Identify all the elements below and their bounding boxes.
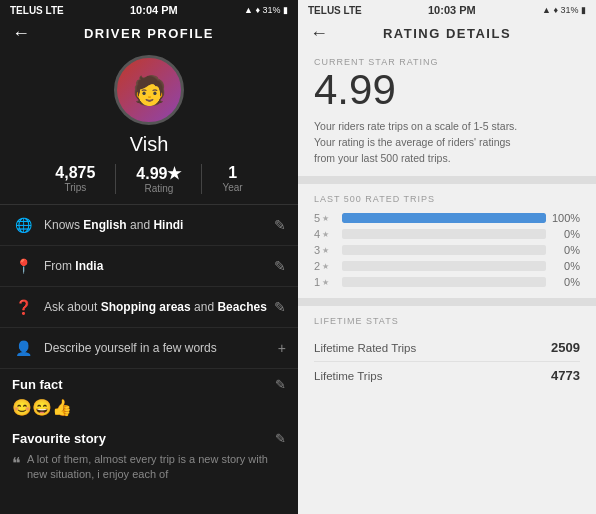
back-button-left[interactable]: ← (12, 23, 30, 44)
left-panel: TELUS LTE 10:04 PM ▲ ♦ 31% ▮ ← DRIVER PR… (0, 0, 298, 514)
story-content: ❝ A lot of them, almost every trip is a … (0, 450, 298, 489)
stat-divider-2 (201, 164, 202, 194)
question-icon: ❓ (12, 296, 34, 318)
lifetime-section: LIFETIME STATS Lifetime Rated Trips 2509… (298, 306, 596, 395)
bar-fill-5 (342, 213, 546, 223)
quote-icon: ❝ (12, 454, 21, 483)
bar-label-2: 2 ★ (314, 260, 336, 272)
bar-label-3: 3 ★ (314, 244, 336, 256)
page-title-right: RATING DETAILS (383, 26, 511, 41)
languages-text: Knows English and Hindi (44, 218, 274, 232)
back-button-right[interactable]: ← (310, 23, 328, 44)
status-bar-left: TELUS LTE 10:04 PM ▲ ♦ 31% ▮ (0, 0, 298, 20)
edit-fun-fact-button[interactable]: ✎ (275, 377, 286, 392)
page-title-left: DRIVER PROFILE (84, 26, 214, 41)
bar-pct-2: 0% (552, 260, 580, 272)
edit-ask-button[interactable]: ✎ (274, 299, 286, 315)
bar-row-3: 3 ★ 0% (314, 244, 580, 256)
fun-fact-content: 😊😄👍 (0, 396, 298, 423)
list-item: 🌐 Knows English and Hindi ✎ (0, 205, 298, 246)
person-icon: 👤 (12, 337, 34, 359)
lifetime-trips-row: Lifetime Trips 4773 (314, 362, 580, 389)
avatar-emoji: 🧑 (132, 74, 167, 107)
rating-section: CURRENT STAR RATING 4.99 Your riders rat… (298, 47, 596, 184)
favourite-story-title: Favourite story (12, 431, 106, 446)
status-icons-right: ▲ ♦ 31% ▮ (542, 5, 586, 15)
avatar: 🧑 (114, 55, 184, 125)
bar-row-2: 2 ★ 0% (314, 260, 580, 272)
last500-label: LAST 500 RATED TRIPS (314, 194, 580, 204)
carrier-left: TELUS LTE (10, 5, 64, 16)
bar-label-5: 5 ★ (314, 212, 336, 224)
bar-row-1: 1 ★ 0% (314, 276, 580, 288)
year-value: 1 (228, 164, 237, 182)
trips-value: 4,875 (55, 164, 95, 182)
year-stat: 1 Year (222, 164, 242, 193)
bar-pct-3: 0% (552, 244, 580, 256)
stats-row: 4,875 Trips 4.99★ Rating 1 Year (55, 164, 242, 194)
bar-row-5: 5 ★ 100% (314, 212, 580, 224)
status-bar-right: TELUS LTE 10:03 PM ▲ ♦ 31% ▮ (298, 0, 596, 20)
carrier-right: TELUS LTE (308, 5, 362, 16)
trips-label: Trips (64, 182, 86, 193)
favourite-story-header: Favourite story ✎ (0, 423, 298, 450)
bar-label-1: 1 ★ (314, 276, 336, 288)
info-list: 🌐 Knows English and Hindi ✎ 📍 From India… (0, 204, 298, 514)
add-describe-button[interactable]: + (278, 340, 286, 356)
bar-track-2 (342, 261, 546, 271)
rating-value: 4.99★ (136, 164, 181, 183)
bar-pct-4: 0% (552, 228, 580, 240)
time-left: 10:04 PM (130, 4, 178, 16)
right-panel: TELUS LTE 10:03 PM ▲ ♦ 31% ▮ ← RATING DE… (298, 0, 596, 514)
time-right: 10:03 PM (428, 4, 476, 16)
ask-about-text: Ask about Shopping areas and Beaches (44, 300, 274, 314)
fun-fact-emojis: 😊😄👍 (12, 399, 72, 416)
edit-location-button[interactable]: ✎ (274, 258, 286, 274)
fun-fact-title: Fun fact (12, 377, 63, 392)
status-icons-left: ▲ ♦ 31% ▮ (244, 5, 288, 15)
stat-divider-1 (115, 164, 116, 194)
edit-languages-button[interactable]: ✎ (274, 217, 286, 233)
bar-track-5 (342, 213, 546, 223)
lifetime-label: LIFETIME STATS (314, 316, 580, 326)
profile-section: 🧑 Vish 4,875 Trips 4.99★ Rating 1 Year (0, 47, 298, 204)
describe-text: Describe yourself in a few words (44, 341, 278, 355)
rating-stat: 4.99★ Rating (136, 164, 181, 194)
rating-description: Your riders rate trips on a scale of 1-5… (314, 119, 580, 166)
header-left: ← DRIVER PROFILE (0, 20, 298, 47)
bar-label-4: 4 ★ (314, 228, 336, 240)
globe-icon: 🌐 (12, 214, 34, 236)
rating-label: Rating (144, 183, 173, 194)
lifetime-rated-trips-row: Lifetime Rated Trips 2509 (314, 334, 580, 362)
list-item: 📍 From India ✎ (0, 246, 298, 287)
trips-stat: 4,875 Trips (55, 164, 95, 193)
bar-pct-5: 100% (552, 212, 580, 224)
list-item: ❓ Ask about Shopping areas and Beaches ✎ (0, 287, 298, 328)
trips-section: LAST 500 RATED TRIPS 5 ★ 100% 4 ★ 0% 3 ★… (298, 184, 596, 306)
bar-pct-1: 0% (552, 276, 580, 288)
lifetime-rated-trips-value: 2509 (551, 340, 580, 355)
from-text: From India (44, 259, 274, 273)
big-rating-value: 4.99 (314, 69, 580, 111)
fun-fact-header: Fun fact ✎ (0, 369, 298, 396)
driver-name: Vish (130, 133, 169, 156)
location-icon: 📍 (12, 255, 34, 277)
story-text: A lot of them, almost every trip is a ne… (27, 452, 286, 483)
bar-row-4: 4 ★ 0% (314, 228, 580, 240)
lifetime-trips-label: Lifetime Trips (314, 370, 382, 382)
bar-track-3 (342, 245, 546, 255)
header-right: ← RATING DETAILS (298, 20, 596, 47)
bar-track-1 (342, 277, 546, 287)
list-item: 👤 Describe yourself in a few words + (0, 328, 298, 369)
year-label: Year (222, 182, 242, 193)
bar-track-4 (342, 229, 546, 239)
edit-story-button[interactable]: ✎ (275, 431, 286, 446)
lifetime-rated-trips-label: Lifetime Rated Trips (314, 342, 416, 354)
lifetime-trips-value: 4773 (551, 368, 580, 383)
